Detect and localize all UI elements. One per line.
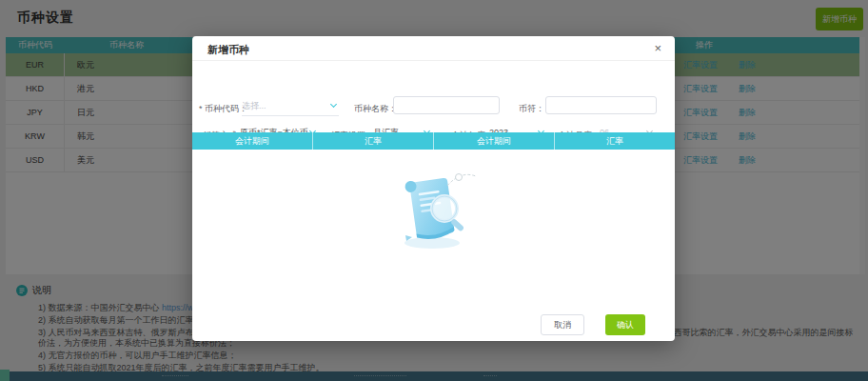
empty-state	[192, 150, 675, 313]
modal-title: 新增币种	[207, 43, 249, 57]
modal-header: 新增币种 ×	[192, 36, 675, 61]
currency-name-input[interactable]	[393, 96, 500, 114]
rate-col-period: 会计期间	[192, 132, 313, 150]
cancel-button[interactable]: 取消	[541, 314, 584, 335]
add-currency-modal: 新增币种 × * 币种代码： 选择... 币种名称： 币符： * 折算方式： 原…	[192, 36, 675, 341]
currency-code-placeholder: 选择...	[242, 97, 339, 115]
currency-code-label: * 币种代码：	[199, 103, 247, 115]
currency-symbol-label: 币符：	[519, 103, 544, 115]
currency-code-select[interactable]: 选择...	[242, 97, 339, 116]
confirm-button[interactable]: 确认	[605, 314, 645, 335]
rate-col-period: 会计期间	[434, 132, 555, 150]
rate-col-rate: 汇率	[313, 132, 434, 150]
close-icon[interactable]: ×	[654, 41, 661, 56]
currency-symbol-input[interactable]	[545, 96, 657, 114]
empty-data-illustration	[388, 167, 480, 254]
currency-name-label: 币种名称：	[354, 103, 397, 115]
rate-col-rate: 汇率	[555, 132, 675, 150]
rate-table-header: 会计期间 汇率 会计期间 汇率	[192, 132, 675, 150]
